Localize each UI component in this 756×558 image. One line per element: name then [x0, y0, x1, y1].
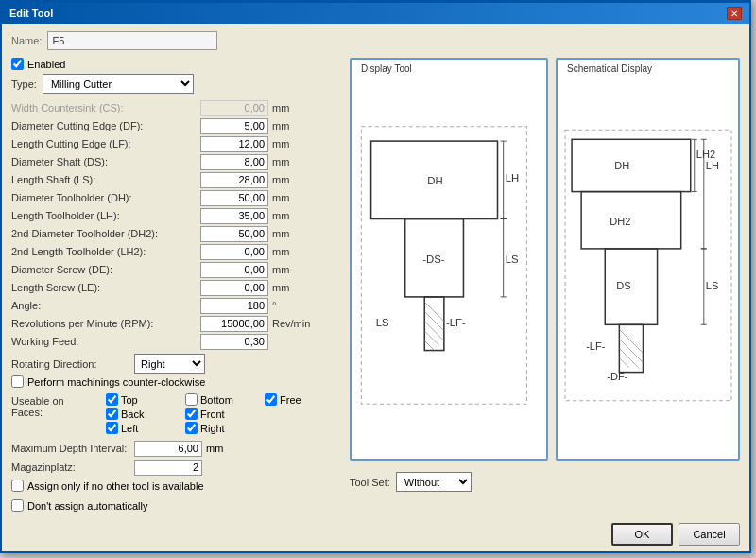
display-tool-title: Display Tool — [359, 63, 414, 74]
field-row-ds: Diameter Shaft (DS): mm — [11, 153, 342, 170]
face-right-checkbox[interactable] — [185, 422, 198, 434]
field-input-ds[interactable] — [200, 154, 268, 170]
svg-text:DS: DS — [616, 280, 630, 291]
type-label: Type: — [11, 78, 37, 90]
svg-text:LH: LH — [506, 172, 519, 183]
field-input-angle[interactable] — [200, 298, 268, 314]
svg-rect-32 — [581, 192, 681, 249]
field-input-ls[interactable] — [200, 172, 268, 188]
display-tool-box: Display Tool DH LH — [350, 58, 548, 461]
field-input-lf[interactable] — [200, 136, 268, 152]
field-input-de[interactable] — [200, 262, 268, 278]
field-label-angle: Angle: — [11, 300, 200, 311]
max-depth-input[interactable] — [134, 441, 202, 457]
field-input-dh2[interactable] — [200, 226, 268, 242]
field-row-feed: Working Feed: — [11, 333, 342, 350]
max-depth-unit: mm — [206, 443, 223, 454]
svg-rect-22 — [572, 139, 691, 191]
display-tool-svg: DH LH -DS- — [352, 60, 546, 459]
enabled-row: Enabled — [11, 58, 342, 70]
perform-checkbox[interactable] — [11, 375, 24, 388]
field-input-rpm[interactable] — [200, 316, 268, 332]
field-label-lh2: 2nd Length Toolholder (LH2): — [11, 246, 200, 257]
rotating-select[interactable]: Right Left — [134, 354, 205, 374]
field-label-cs: Width Countersink (CS): — [11, 102, 200, 113]
assign-checkbox[interactable] — [11, 480, 24, 492]
magazinplatz-label: Magazinplatz: — [11, 462, 134, 473]
enabled-checkbox[interactable] — [11, 58, 24, 70]
rotating-direction-row: Rotating Direction: Right Left — [11, 354, 342, 374]
magazinplatz-row: Magazinplatz: — [11, 459, 342, 476]
faces-label-row: Useable on Faces: Top Bottom — [11, 393, 342, 434]
type-select[interactable]: Milling Cutter Drill Tap — [43, 74, 194, 94]
title-bar: Edit Tool ✕ — [2, 3, 749, 24]
field-label-dh: Diameter Toolholder (DH): — [11, 192, 200, 203]
field-label-df: Diameter Cutting Edge (DF): — [11, 120, 200, 131]
field-input-lh2[interactable] — [200, 244, 268, 260]
face-free-checkbox[interactable] — [265, 393, 277, 406]
field-row-ls: Length Shaft (LS): mm — [11, 171, 342, 188]
field-input-df[interactable] — [200, 118, 268, 134]
perform-row: Perform machinings counter-clockwise — [11, 375, 342, 388]
field-label-ls: Length Shaft (LS): — [11, 174, 200, 185]
svg-rect-34 — [605, 249, 657, 324]
svg-text:-DF-: -DF- — [607, 371, 627, 382]
svg-text:LS: LS — [706, 280, 719, 291]
field-input-cs — [200, 100, 268, 116]
dont-assign-label: Don't assign automatically — [27, 500, 147, 512]
svg-rect-40 — [619, 324, 643, 372]
assign-row: Assign only if no other tool is availabl… — [11, 480, 342, 492]
svg-text:-LF-: -LF- — [446, 317, 466, 328]
face-right: Right — [185, 422, 261, 434]
field-label-le: Length Screw (LE): — [11, 282, 200, 293]
close-button[interactable]: ✕ — [727, 7, 742, 20]
name-input[interactable] — [47, 31, 217, 50]
schematical-title: Schematical Display — [565, 63, 654, 74]
field-input-lh[interactable] — [200, 208, 268, 224]
field-row-dh2: 2nd Diameter Toolholder (DH2): mm — [11, 225, 342, 242]
schematical-display-box: Schematical Display DH LH2 — [556, 58, 740, 461]
face-front-checkbox[interactable] — [185, 408, 198, 420]
faces-title: Useable on Faces: — [11, 393, 96, 418]
svg-text:DH2: DH2 — [610, 216, 630, 227]
field-input-le[interactable] — [200, 280, 268, 296]
face-bottom-checkbox[interactable] — [185, 393, 198, 406]
max-depth-section: Maximum Depth Interval: mm Magazinplatz:… — [11, 440, 342, 492]
field-row-lf: Length Cutting Edge (LF): mm — [11, 135, 342, 152]
magazinplatz-input[interactable] — [134, 460, 202, 476]
face-top-checkbox[interactable] — [106, 393, 118, 406]
face-back: Back — [106, 408, 181, 420]
svg-line-18 — [424, 340, 434, 350]
svg-line-16 — [424, 322, 444, 341]
svg-line-15 — [424, 311, 444, 331]
field-row-df: Diameter Cutting Edge (DF): mm — [11, 117, 342, 134]
max-depth-row: Maximum Depth Interval: mm — [11, 440, 342, 457]
svg-line-44 — [619, 358, 628, 368]
edit-tool-dialog: Edit Tool ✕ Name: Enabled Type: — [0, 0, 751, 553]
tool-set-label: Tool Set: — [350, 477, 390, 488]
tool-set-select[interactable]: Without Set 1 Set 2 — [396, 472, 472, 492]
field-input-feed[interactable] — [200, 334, 268, 350]
type-row: Type: Milling Cutter Drill Tap — [11, 74, 342, 94]
ok-button[interactable]: OK — [611, 523, 673, 546]
right-panel: Display Tool DH LH — [350, 58, 740, 492]
left-panel: Enabled Type: Milling Cutter Drill Tap W… — [11, 58, 342, 492]
face-back-checkbox[interactable] — [106, 408, 118, 420]
faces-grid: Top Bottom Free — [106, 393, 321, 434]
field-input-dh[interactable] — [200, 190, 268, 206]
svg-text:-LF-: -LF- — [586, 340, 606, 352]
face-free: Free — [265, 393, 321, 406]
face-left-checkbox[interactable] — [106, 422, 118, 434]
field-row-cs: Width Countersink (CS): mm — [11, 99, 342, 116]
svg-line-17 — [424, 331, 438, 345]
face-bottom: Bottom — [185, 393, 261, 406]
svg-text:-DS-: -DS- — [422, 253, 445, 265]
dont-assign-checkbox[interactable] — [11, 499, 24, 512]
cancel-button[interactable]: Cancel — [679, 523, 740, 546]
main-content: Enabled Type: Milling Cutter Drill Tap W… — [11, 58, 740, 492]
field-label-rpm: Revolutions per Minute (RPM): — [11, 318, 200, 329]
svg-line-41 — [619, 329, 643, 353]
field-row-de: Diameter Screw (DE): mm — [11, 261, 342, 278]
field-label-de: Diameter Screw (DE): — [11, 264, 200, 275]
field-label-lh: Length Toolholder (LH): — [11, 210, 200, 221]
